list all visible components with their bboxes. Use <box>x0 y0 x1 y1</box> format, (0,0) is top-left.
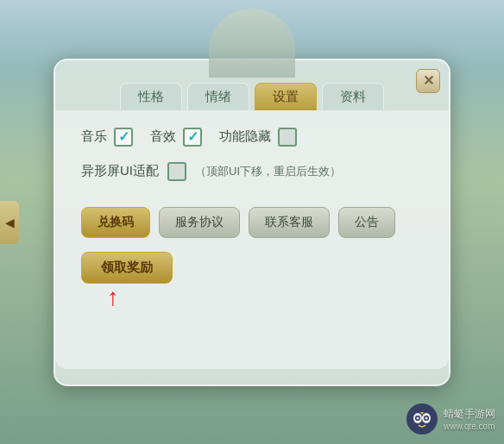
tab-settings[interactable]: 设置 <box>255 83 317 110</box>
announce-button[interactable]: 公告 <box>338 207 395 238</box>
sfx-label: 音效 <box>150 128 176 145</box>
action-buttons: 兑换码 服务协议 联系客服 公告 <box>81 207 423 238</box>
music-setting: 音乐 <box>81 128 133 147</box>
watermark-text: 蜻蜓手游网 www.qte.com <box>444 407 495 431</box>
hidden-setting: 功能隐藏 <box>219 128 297 147</box>
left-arrow-icon: ◀ <box>5 216 15 229</box>
character-area <box>200 0 304 78</box>
close-button[interactable]: ✕ <box>416 69 440 93</box>
settings-row-2: 异形屏UI适配 （顶部UI下移，重启后生效） <box>81 162 423 181</box>
watermark-area: 蜻蜓手游网 www.qte.com <box>406 403 495 435</box>
reward-container: 领取奖励 ↑ <box>81 252 173 284</box>
notch-checkbox[interactable] <box>167 162 186 181</box>
left-arrow-tab[interactable]: ◀ <box>0 201 19 244</box>
notch-hint: （顶部UI下移，重启后生效） <box>195 164 341 179</box>
settings-content: 音乐 音效 功能隐藏 异形屏UI适配 （顶部UI下移，重启后生效） 兑换码 服务… <box>55 110 449 369</box>
redeem-button[interactable]: 兑换码 <box>81 207 150 238</box>
reward-button[interactable]: 领取奖励 <box>81 252 173 284</box>
svg-point-0 <box>406 403 438 435</box>
notch-label: 异形屏UI适配 <box>81 163 159 179</box>
music-checkbox[interactable] <box>114 128 133 147</box>
svg-point-6 <box>425 417 428 420</box>
red-arrow-indicator: ↑ <box>107 284 119 311</box>
character-silhouette <box>209 9 295 78</box>
settings-dialog: ✕ 性格 情绪 设置 资料 音乐 音效 功能隐藏 <box>54 59 450 386</box>
hidden-label: 功能隐藏 <box>219 128 271 145</box>
terms-button[interactable]: 服务协议 <box>159 207 240 238</box>
close-icon: ✕ <box>423 72 434 89</box>
svg-point-5 <box>417 417 419 420</box>
music-label: 音乐 <box>81 128 107 145</box>
sfx-checkbox[interactable] <box>183 128 202 147</box>
tab-profile[interactable]: 资料 <box>322 83 384 110</box>
settings-row-1: 音乐 音效 功能隐藏 <box>81 128 423 147</box>
sfx-setting: 音效 <box>150 128 202 147</box>
owl-logo-icon <box>406 403 438 435</box>
tab-emotion[interactable]: 情绪 <box>187 83 249 110</box>
hidden-checkbox[interactable] <box>278 128 297 147</box>
tab-personality[interactable]: 性格 <box>120 83 182 110</box>
support-button[interactable]: 联系客服 <box>249 207 330 238</box>
